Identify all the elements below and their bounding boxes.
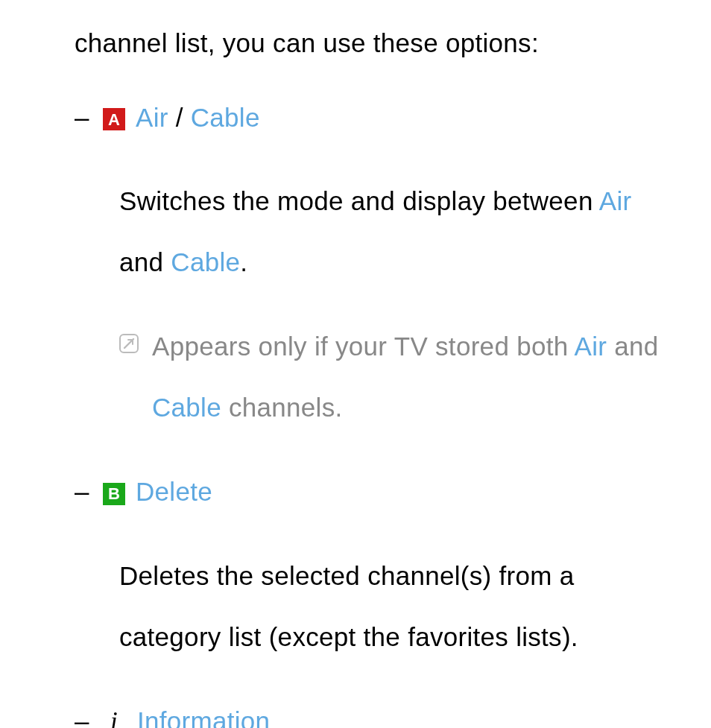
slash-text: / [168,103,191,132]
option-delete: – B Delete Deletes the selected channel(… [75,469,689,668]
information-link: Information [137,699,270,728]
badge-a-icon: A [103,108,125,130]
cable-link: Cable [191,103,260,132]
note-cable-link: Cable [152,393,221,422]
body-part1: Switches the mode and display between [119,186,599,215]
option-air-cable: – A Air / Cable Switches the mode and di… [75,95,689,439]
cable-inline-link: Cable [171,247,240,276]
dash-icon: – [75,469,89,514]
option-body: Deletes the selected channel(s) from a c… [119,545,681,668]
note-icon [118,332,140,355]
option-header: – A Air / Cable [75,95,689,140]
note-part2: and [607,332,658,361]
option-information: – i Information [75,699,689,728]
note-text: Appears only if your TV stored both Air … [152,316,681,439]
option-body: Switches the mode and display between Ai… [119,171,681,294]
air-inline-link: Air [599,186,632,215]
dash-icon: – [75,95,89,140]
option-note: Appears only if your TV stored both Air … [118,316,681,439]
body-part3: . [240,247,247,276]
dash-icon: – [75,699,89,728]
option-header: – i Information [75,699,689,728]
badge-b-icon: B [103,483,125,505]
option-header: – B Delete [75,469,689,514]
note-air-link: Air [575,332,607,361]
info-icon: i [103,700,125,728]
note-part3: channels. [221,393,343,422]
intro-text: channel list, you can use these options: [75,21,689,66]
delete-link: Delete [136,469,212,514]
option-title: Air / Cable [136,95,260,140]
note-part1: Appears only if your TV stored both [152,332,575,361]
body-part2: and [119,247,171,276]
air-link: Air [136,103,168,132]
